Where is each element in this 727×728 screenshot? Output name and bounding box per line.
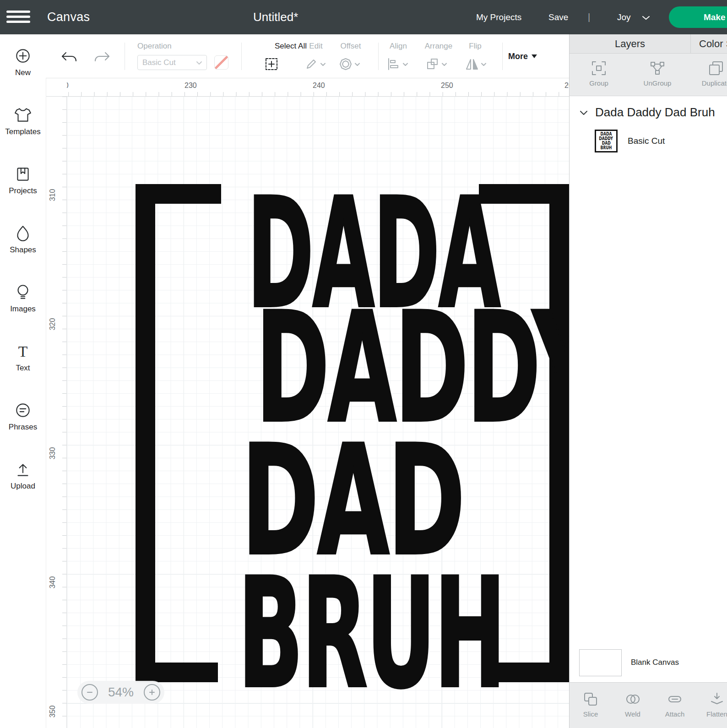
layer-operation-name: Basic Cut [628,136,665,146]
page-title: Canvas [47,0,90,34]
dada-daddy-dad-bruh-design[interactable]: DADA DADDY DAD BRUH [67,97,569,728]
group-button[interactable]: Group [570,54,628,96]
chevron-down-icon [532,54,537,58]
zoom-control: 54% [77,681,164,704]
attach-button[interactable]: Attach [654,683,696,728]
ruler-label: 250 [441,81,453,90]
shirt-icon [13,105,33,125]
make-it-button[interactable]: Make It [669,6,727,28]
chevron-down-icon [481,60,486,68]
flatten-button[interactable]: Flatten [696,683,727,728]
topbar-divider: | [588,0,590,34]
more-button[interactable]: More [508,34,537,78]
sidebar-item-label: Templates [5,127,40,136]
blank-canvas-row[interactable]: Blank Canvas [570,648,727,677]
sidebar-item-shapes[interactable]: Shapes [0,217,46,276]
horizontal-ruler: 220 230 240 250 260 [46,78,569,97]
design-canvas[interactable]: DADA DADDY DAD BRUH 54% [67,97,569,728]
sidebar-item-templates[interactable]: Templates [0,99,46,158]
sidebar-item-label: New [15,68,31,77]
chevron-down-icon [403,60,408,68]
toolbar-divider [502,43,503,70]
shapes-icon [13,223,33,243]
offset-button[interactable] [339,57,360,71]
ungroup-icon [649,60,666,76]
layer-actions: Group UnGroup Duplicate [570,54,727,96]
arrange-button[interactable] [426,57,447,71]
tab-color-sync[interactable]: Color Sync [691,34,727,53]
layers-panel: Layers Color Sync Group UnGroup Duplicat… [569,34,727,728]
attach-icon [667,692,682,706]
edit-button[interactable] [304,57,326,71]
sidebar-item-label: Images [10,304,36,314]
sidebar-item-projects[interactable]: Projects [0,158,46,217]
document-title[interactable]: Untitled* [253,0,298,34]
layer-row[interactable]: DADA DADDY DAD BRUH Basic Cut [570,127,727,155]
operation-select[interactable]: Basic Cut [137,55,207,70]
workspace: 220 230 240 250 260 310 320 330 340 350 … [46,78,569,728]
ruler-label: 320 [49,315,57,333]
svg-text:T: T [18,343,28,360]
phrases-icon [13,401,33,420]
flip-label: Flip [461,42,489,51]
ruler-label: 340 [49,573,57,592]
slice-button[interactable]: Slice [570,683,612,728]
my-projects-link[interactable]: My Projects [476,0,521,34]
save-button[interactable]: Save [548,0,568,34]
group-icon [591,60,607,76]
ruler-corner [46,78,67,96]
flatten-icon [710,692,724,706]
ruler-label: 230 [184,81,197,90]
zoom-in-button[interactable] [144,684,160,701]
sidebar-item-phrases[interactable]: Phrases [0,394,46,453]
sidebar-item-label: Upload [11,482,35,491]
text-tool-icon: T [13,342,33,361]
weld-button[interactable]: Weld [612,683,654,728]
sidebar-item-new[interactable]: New [0,40,46,99]
duplicate-icon [708,60,724,76]
color-swatch[interactable] [214,55,228,70]
chevron-down-icon [196,58,202,67]
new-icon [13,46,33,65]
top-bar: Canvas Untitled* My Projects Save | Joy … [0,0,727,34]
ungroup-button[interactable]: UnGroup [628,54,687,96]
sidebar-item-label: Text [16,364,30,373]
toolbar-divider [241,43,242,70]
toolbar-divider [378,43,379,70]
sidebar-item-label: Phrases [9,423,37,432]
upload-icon [13,460,33,479]
machine-select[interactable]: Joy [617,0,631,34]
ruler-label: 330 [49,444,57,462]
duplicate-button[interactable]: Duplicate [687,54,727,96]
chevron-down-icon[interactable] [580,109,588,115]
offset-label: Offset [334,42,367,51]
arrange-label: Arrange [420,42,457,51]
ruler-label: 260 [564,81,569,90]
align-label: Align [385,42,412,51]
projects-icon [13,164,33,184]
panel-tabs: Layers Color Sync [570,34,727,54]
align-button[interactable] [387,57,408,71]
images-icon [13,283,33,302]
ruler-label: 310 [49,186,57,204]
chevron-down-icon[interactable] [642,14,650,22]
weld-icon [625,692,640,706]
tab-layers[interactable]: Layers [570,34,690,53]
zoom-out-button[interactable] [81,684,98,701]
sidebar-item-images[interactable]: Images [0,276,46,335]
edit-label: Edit [301,42,331,51]
layer-combine-toolbar: Slice Weld Attach Flatten [570,682,727,728]
sidebar-item-upload[interactable]: Upload [0,453,46,512]
redo-button[interactable] [92,51,111,66]
layer-group-title: Dada Daddy Dad Bruh [595,105,715,120]
operation-value: Basic Cut [142,58,176,67]
select-all-button[interactable] [265,57,278,71]
blank-canvas-thumbnail [579,649,622,676]
sidebar-item-text[interactable]: T Text [0,335,46,394]
undo-button[interactable] [60,51,79,66]
layer-group-row[interactable]: Dada Daddy Dad Bruh [570,102,727,122]
flip-button[interactable] [465,57,486,71]
vertical-ruler: 310 320 330 340 350 [46,97,67,728]
hamburger-menu-icon[interactable] [6,8,30,27]
sidebar-item-label: Projects [9,186,37,196]
